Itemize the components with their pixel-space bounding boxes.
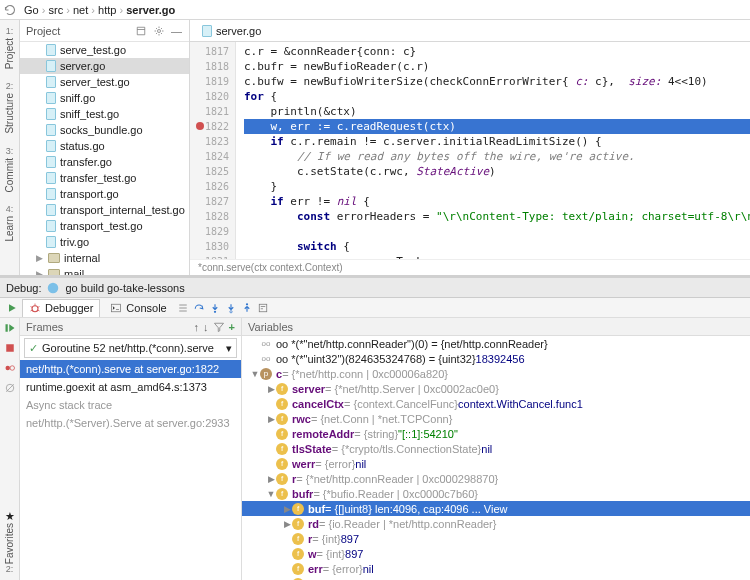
variable-row[interactable]: ▶frd = {io.Reader | *net/http.connReader… — [242, 516, 750, 531]
go-run-icon — [47, 282, 59, 294]
go-file-icon — [46, 60, 56, 72]
go-file-icon — [46, 44, 56, 56]
breadcrumb-segment[interactable]: server.go — [126, 4, 175, 16]
evaluate-icon[interactable] — [257, 302, 269, 314]
project-panel: Project — serve_test.goserver.goserver_t… — [20, 20, 190, 275]
variable-row[interactable]: oooo *(*"uint32")(824635324768) = {uint3… — [242, 351, 750, 366]
tab-console[interactable]: Console — [104, 299, 172, 317]
variable-row[interactable]: flastByte = {int} 125 — [242, 576, 750, 580]
favorites-rail[interactable]: ★ Favorites 2: — [0, 480, 20, 580]
step-into-my-icon[interactable] — [225, 302, 237, 314]
svg-point-11 — [10, 366, 15, 371]
variable-row[interactable]: fwerr = {error} nil — [242, 456, 750, 471]
debug-config-name[interactable]: go build go-take-lessons — [65, 282, 184, 294]
collapse-icon[interactable] — [135, 25, 147, 37]
gear-icon[interactable] — [153, 25, 165, 37]
tree-item[interactable]: ▶internal — [20, 250, 189, 266]
tree-item[interactable]: transport_test.go — [20, 218, 189, 234]
variable-row[interactable]: ▶frwc = {net.Conn | *net.TCPConn} — [242, 411, 750, 426]
tab-debugger[interactable]: Debugger — [22, 299, 100, 317]
variable-row[interactable]: fw = {int} 897 — [242, 546, 750, 561]
svg-point-6 — [246, 303, 248, 305]
variable-row[interactable]: fremoteAddr = {string} "[::1]:54210" — [242, 426, 750, 441]
stack-frame[interactable]: net/http.(*conn).serve at server.go:1822 — [20, 360, 241, 378]
stack-frame[interactable]: Async stack trace — [20, 396, 241, 414]
frames-list[interactable]: net/http.(*conn).serve at server.go:1822… — [20, 360, 241, 432]
go-file-icon — [46, 108, 56, 120]
tree-item[interactable]: status.go — [20, 138, 189, 154]
variable-row[interactable]: ferr = {error} nil — [242, 561, 750, 576]
tool-rail-commit[interactable]: 3:Commit — [4, 146, 15, 192]
add-frame-icon[interactable]: + — [229, 321, 235, 333]
breakpoint-icon[interactable] — [196, 122, 204, 130]
mute-breakpoints-icon[interactable] — [4, 382, 16, 394]
debug-label: Debug: — [6, 282, 41, 294]
tree-item[interactable]: triv.go — [20, 234, 189, 250]
tree-item[interactable]: transfer.go — [20, 154, 189, 170]
breadcrumb-segment[interactable]: Go — [24, 4, 39, 16]
tool-rail-structure[interactable]: 2:Structure — [4, 81, 15, 134]
rerun-icon[interactable] — [6, 302, 18, 314]
editor-panel: server.go 181718181819182018211822182318… — [190, 20, 750, 275]
variable-row[interactable]: oooo *(*"net/http.connReader")(0) = {net… — [242, 336, 750, 351]
tree-item[interactable]: server.go — [20, 58, 189, 74]
threads-icon[interactable] — [177, 302, 189, 314]
variable-row[interactable]: ▼fbufr = {*bufio.Reader | 0xc0000c7b60} — [242, 486, 750, 501]
editor-tab[interactable]: server.go — [196, 22, 267, 40]
go-file-icon — [46, 236, 56, 248]
tree-item[interactable]: transport.go — [20, 186, 189, 202]
view-breakpoints-icon[interactable] — [4, 362, 16, 374]
variable-row[interactable]: ftlsState = {*crypto/tls.ConnectionState… — [242, 441, 750, 456]
step-out-icon[interactable] — [241, 302, 253, 314]
step-into-icon[interactable] — [209, 302, 221, 314]
left-tool-rail: 1:Project2:Structure3:Commit4:Learn — [0, 20, 20, 275]
tool-rail-project[interactable]: 1:Project — [4, 26, 15, 69]
goroutine-selector[interactable]: ✓ Goroutine 52 net/http.(*conn).serve ▾ — [24, 338, 237, 358]
go-file-icon — [46, 140, 56, 152]
tree-item[interactable]: sniff_test.go — [20, 106, 189, 122]
variable-row[interactable]: ▶fserver = {*net/http.Server | 0xc0002ac… — [242, 381, 750, 396]
variables-panel[interactable]: Variables oooo *(*"net/http.connReader")… — [242, 318, 750, 580]
breadcrumb-segment[interactable]: http — [98, 4, 116, 16]
editor-breadcrumb[interactable]: *conn.serve(ctx context.Context) — [190, 259, 750, 275]
variable-row[interactable]: fcancelCtx = {context.CancelFunc} contex… — [242, 396, 750, 411]
editor-gutter[interactable]: 1817181818191820182118221823182418251826… — [190, 42, 236, 259]
tree-item[interactable]: transfer_test.go — [20, 170, 189, 186]
svg-point-10 — [5, 366, 10, 371]
svg-point-5 — [230, 310, 232, 312]
tree-item[interactable]: ▶mail — [20, 266, 189, 275]
check-icon: ✓ — [29, 342, 38, 355]
editor-code[interactable]: c.r = &connReader{conn: c}c.bufr = newBu… — [236, 42, 750, 259]
resume-icon[interactable] — [4, 322, 16, 334]
breadcrumb-segment[interactable]: src — [48, 4, 63, 16]
stop-icon[interactable] — [4, 342, 16, 354]
tool-rail-learn[interactable]: 4:Learn — [4, 204, 15, 242]
refresh-icon[interactable] — [4, 4, 16, 16]
tree-item[interactable]: sniff.go — [20, 90, 189, 106]
tree-item[interactable]: socks_bundle.go — [20, 122, 189, 138]
svg-point-2 — [32, 306, 38, 312]
project-tree[interactable]: serve_test.goserver.goserver_test.gosnif… — [20, 42, 189, 275]
filter-icon[interactable] — [213, 321, 225, 333]
breadcrumb-segment[interactable]: net — [73, 4, 88, 16]
tree-item[interactable]: serve_test.go — [20, 42, 189, 58]
minimize-icon[interactable]: — — [171, 25, 183, 37]
variables-header: Variables — [242, 318, 750, 336]
variable-row[interactable]: ▼pc = {*net/http.conn | 0xc00006a820} — [242, 366, 750, 381]
frames-panel: Frames ↑ ↓ + ✓ Goroutine 52 net/http.(*c… — [20, 318, 242, 580]
editor-tab-bar: server.go — [190, 20, 750, 42]
frame-up-icon[interactable]: ↑ — [194, 321, 200, 333]
variable-row[interactable]: ▶fr = {*net/http.connReader | 0xc0002988… — [242, 471, 750, 486]
star-icon: ★ — [5, 510, 15, 523]
variable-row[interactable]: fr = {int} 897 — [242, 531, 750, 546]
frame-down-icon[interactable]: ↓ — [203, 321, 209, 333]
svg-rect-3 — [112, 304, 121, 312]
tree-item[interactable]: transport_internal_test.go — [20, 202, 189, 218]
stack-frame[interactable]: net/http.(*Server).Serve at server.go:29… — [20, 414, 241, 432]
go-file-icon — [46, 204, 56, 216]
stack-frame[interactable]: runtime.goexit at asm_amd64.s:1373 — [20, 378, 241, 396]
tree-item[interactable]: server_test.go — [20, 74, 189, 90]
step-over-icon[interactable] — [193, 302, 205, 314]
variable-row[interactable]: ▶fbuf = {[]uint8} len:4096, cap:4096 ...… — [242, 501, 750, 516]
debug-tool-tabs: Debugger Console — [0, 298, 750, 318]
